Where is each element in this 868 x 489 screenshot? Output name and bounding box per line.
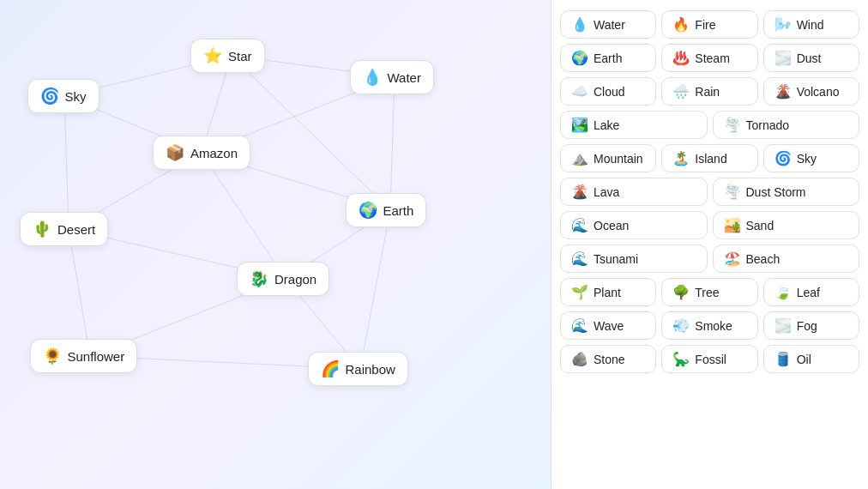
item-badge-wind[interactable]: 🌬️Wind — [763, 10, 859, 39]
svg-line-10 — [202, 153, 286, 279]
badge-label: Dust Storm — [746, 185, 806, 199]
items-row-3: 🏞️Lake🌪️Tornado — [560, 111, 859, 139]
badge-label: Wind — [797, 18, 824, 32]
dragon-label: Dragon — [274, 272, 316, 287]
badge-label: Cloud — [594, 85, 625, 99]
svg-line-2 — [64, 96, 69, 229]
amazon-label: Amazon — [190, 146, 238, 160]
item-badge-tree[interactable]: 🌳Tree — [661, 278, 757, 306]
badge-label: Dust — [797, 51, 822, 65]
badge-label: Earth — [594, 51, 622, 65]
badge-emoji: 🪨 — [571, 351, 588, 367]
sky-label: Sky — [65, 89, 87, 104]
item-badge-volcano[interactable]: 🌋Volcano — [763, 77, 859, 106]
item-badge-lava[interactable]: 🌋Lava — [560, 178, 708, 206]
item-badge-fire[interactable]: 🔥Fire — [661, 10, 757, 39]
item-badge-fossil[interactable]: 🦕Fossil — [661, 345, 757, 373]
item-badge-tsunami[interactable]: 🌊Tsunami — [560, 244, 708, 273]
item-badge-smoke[interactable]: 💨Smoke — [661, 311, 757, 340]
item-badge-dust-storm[interactable]: 🌪️Dust Storm — [713, 178, 860, 206]
badge-label: Lava — [594, 185, 619, 199]
desert-emoji: 🌵 — [33, 220, 51, 238]
badge-label: Tree — [695, 286, 719, 299]
earth-emoji: 🌍 — [359, 201, 377, 220]
badge-label: Plant — [594, 286, 621, 299]
item-badge-mountain[interactable]: ⛰️Mountain — [560, 144, 656, 172]
node-earth[interactable]: 🌍Earth — [346, 193, 427, 227]
item-badge-steam[interactable]: ♨️Steam — [661, 44, 757, 72]
items-row-1: 🌍Earth♨️Steam🌫️Dust — [560, 44, 859, 72]
item-badge-dust[interactable]: 🌫️Dust — [763, 44, 859, 72]
item-badge-oil[interactable]: 🛢️Oil — [763, 345, 859, 373]
badge-label: Island — [695, 152, 726, 166]
item-badge-fog[interactable]: 🌫️Fog — [763, 311, 859, 340]
node-star[interactable]: ⭐Star — [190, 39, 265, 73]
items-row-2: ☁️Cloud🌧️Rain🌋Volcano — [560, 77, 859, 106]
item-badge-tornado[interactable]: 🌪️Tornado — [713, 111, 860, 139]
badge-emoji: 🌊 — [571, 251, 588, 267]
node-sky[interactable]: 🌀Sky — [27, 79, 99, 113]
sky-emoji: 🌀 — [40, 87, 59, 106]
item-badge-cloud[interactable]: ☁️Cloud — [560, 77, 656, 106]
rainbow-emoji: 🌈 — [321, 359, 340, 378]
items-row-4: ⛰️Mountain🏝️Island🌀Sky — [560, 144, 859, 172]
star-label: Star — [228, 49, 252, 63]
items-row-8: 🌱Plant🌳Tree🍃Leaf — [560, 278, 859, 306]
item-badge-rain[interactable]: 🌧️Rain — [661, 77, 757, 106]
node-water[interactable]: 💧Water — [350, 60, 434, 94]
item-badge-beach[interactable]: 🏖️Beach — [713, 244, 860, 273]
badge-label: Fog — [797, 319, 817, 333]
badge-emoji: 🍃 — [775, 284, 792, 300]
badge-label: Tsunami — [594, 252, 638, 266]
node-rainbow[interactable]: 🌈Rainbow — [308, 352, 408, 386]
badge-label: Leaf — [797, 286, 820, 299]
item-badge-lake[interactable]: 🏞️Lake — [560, 111, 708, 139]
badge-label: Sky — [797, 152, 817, 166]
badge-emoji: 🏜️ — [724, 217, 741, 233]
badge-emoji: ⛰️ — [571, 150, 588, 166]
sunflower-label: Sunflower — [68, 349, 125, 364]
badge-emoji: 🏖️ — [724, 251, 741, 267]
item-badge-earth[interactable]: 🌍Earth — [560, 44, 656, 72]
badge-label: Mountain — [594, 152, 643, 166]
items-row-5: 🌋Lava🌪️Dust Storm — [560, 178, 859, 206]
node-dragon[interactable]: 🐉Dragon — [237, 262, 329, 296]
badge-label: Wave — [594, 319, 624, 333]
node-amazon[interactable]: 📦Amazon — [153, 136, 250, 170]
badge-emoji: 🌪️ — [724, 184, 741, 200]
badge-emoji: 🌊 — [571, 217, 588, 233]
badge-emoji: 🏞️ — [571, 117, 588, 133]
sunflower-emoji: 🌻 — [43, 347, 62, 365]
water-label: Water — [388, 70, 421, 85]
item-badge-leaf[interactable]: 🍃Leaf — [763, 278, 859, 306]
item-badge-island[interactable]: 🏝️Island — [661, 144, 757, 172]
badge-label: Fossil — [695, 353, 726, 366]
svg-line-6 — [390, 77, 395, 210]
badge-label: Steam — [695, 51, 729, 65]
amazon-emoji: 📦 — [166, 143, 184, 162]
badge-emoji: 🦕 — [672, 351, 690, 367]
items-panel: 💧Water🔥Fire🌬️Wind🌍Earth♨️Steam🌫️Dust☁️Cl… — [551, 0, 868, 489]
item-badge-ocean[interactable]: 🌊Ocean — [560, 211, 708, 239]
desert-label: Desert — [57, 222, 95, 237]
item-badge-water[interactable]: 💧Water — [560, 10, 656, 39]
water-emoji: 💧 — [363, 68, 382, 87]
badge-label: Tornado — [746, 118, 790, 132]
badge-emoji: 🔥 — [672, 16, 690, 33]
node-sunflower[interactable]: 🌻Sunflower — [30, 339, 138, 373]
item-badge-wave[interactable]: 🌊Wave — [560, 311, 656, 340]
badge-label: Stone — [594, 353, 625, 366]
craft-canvas[interactable]: 🌀Sky⭐Star💧Water📦Amazon🌍Earth🌵Desert🐉Drag… — [0, 0, 551, 489]
badge-emoji: 🛢️ — [775, 351, 792, 367]
items-row-0: 💧Water🔥Fire🌬️Wind — [560, 10, 859, 39]
badge-emoji: 💧 — [571, 16, 588, 33]
node-desert[interactable]: 🌵Desert — [20, 212, 108, 246]
badge-label: Beach — [746, 252, 781, 266]
badge-label: Sand — [746, 219, 775, 232]
item-badge-sand[interactable]: 🏜️Sand — [713, 211, 860, 239]
item-badge-sky[interactable]: 🌀Sky — [763, 144, 859, 172]
earth-label: Earth — [383, 203, 414, 218]
badge-emoji: 🌬️ — [775, 16, 792, 33]
item-badge-stone[interactable]: 🪨Stone — [560, 345, 656, 373]
item-badge-plant[interactable]: 🌱Plant — [560, 278, 656, 306]
